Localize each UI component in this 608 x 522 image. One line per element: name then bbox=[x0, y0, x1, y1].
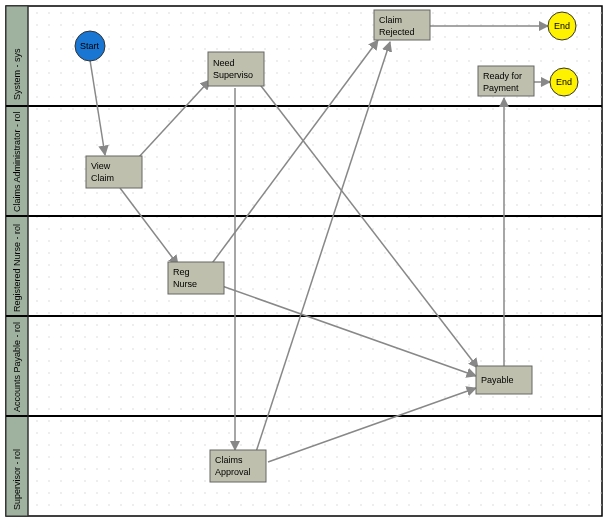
claim-rejected-node[interactable]: Claim Rejected bbox=[374, 10, 430, 40]
need-superviso-l1: Need bbox=[213, 58, 235, 68]
swimlane-diagram: System - sys Claims Administrator - rol … bbox=[0, 0, 608, 522]
start-node[interactable]: Start bbox=[75, 31, 105, 61]
need-superviso-node[interactable]: Need Superviso bbox=[208, 52, 264, 86]
claims-approval-node[interactable]: Claims Approval bbox=[210, 450, 266, 482]
lane-label-system: System - sys bbox=[12, 48, 22, 100]
lane-label-supervisor: Supervisor - rol bbox=[12, 449, 22, 510]
ready-payment-l1: Ready for bbox=[483, 71, 522, 81]
claims-approval-l1: Claims bbox=[215, 455, 243, 465]
payable-node[interactable]: Payable bbox=[476, 366, 532, 394]
lane-label-regnurse: Registered Nurse - rol bbox=[12, 224, 22, 312]
reg-nurse-node[interactable]: Reg Nurse bbox=[168, 262, 224, 294]
payable-label: Payable bbox=[481, 375, 514, 385]
claim-rejected-l1: Claim bbox=[379, 15, 402, 25]
view-claim-node[interactable]: View Claim bbox=[86, 156, 142, 188]
claims-approval-l2: Approval bbox=[215, 467, 251, 477]
lane-label-claimsadmin: Claims Administrator - rol bbox=[12, 111, 22, 212]
end2-label: End bbox=[556, 77, 572, 87]
lane-label-ap: Accounts Payable - rol bbox=[12, 322, 22, 412]
end1-label: End bbox=[554, 21, 570, 31]
need-superviso-l2: Superviso bbox=[213, 70, 253, 80]
view-claim-l1: View bbox=[91, 161, 111, 171]
reg-nurse-l1: Reg bbox=[173, 267, 190, 277]
claim-rejected-l2: Rejected bbox=[379, 27, 415, 37]
end-node-1[interactable]: End bbox=[548, 12, 576, 40]
reg-nurse-l2: Nurse bbox=[173, 279, 197, 289]
start-label: Start bbox=[80, 41, 100, 51]
view-claim-l2: Claim bbox=[91, 173, 114, 183]
end-node-2[interactable]: End bbox=[550, 68, 578, 96]
ready-payment-l2: Payment bbox=[483, 83, 519, 93]
ready-for-payment-node[interactable]: Ready for Payment bbox=[478, 66, 534, 96]
